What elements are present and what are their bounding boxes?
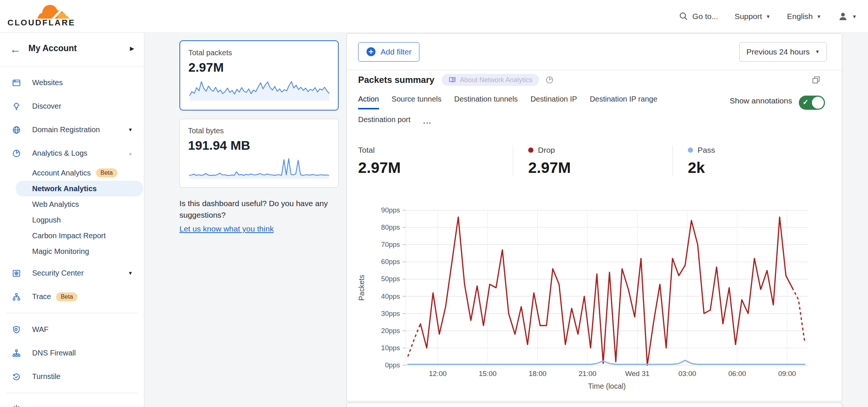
- stat-value: 2k: [688, 159, 715, 177]
- svg-text:60pps: 60pps: [381, 258, 400, 265]
- packets-time-series-chart: 0pps10pps20pps30pps40pps50pps60pps70pps8…: [358, 204, 828, 392]
- tab-destination-ip-range[interactable]: Destination IP range: [590, 95, 658, 108]
- sidebar-item-security-center[interactable]: Security Center ▼: [0, 261, 144, 285]
- sidebar-item-discover[interactable]: Discover: [0, 94, 144, 118]
- svg-text:09:00: 09:00: [778, 370, 796, 378]
- account-menu[interactable]: ▼: [838, 11, 857, 22]
- stat-label: Pass: [698, 146, 715, 155]
- sidebar-item-web-analytics[interactable]: Web Analytics: [0, 196, 144, 212]
- add-filter-button[interactable]: Add filter: [358, 42, 419, 62]
- sidebar-item-domain-registration[interactable]: Domain Registration ▼: [0, 118, 144, 142]
- sidebar-item-label: Magic Monitoring: [32, 247, 89, 256]
- cloudflare-logo[interactable]: CLOUDFLARE: [7, 1, 82, 28]
- plus-circle-icon: [366, 47, 376, 57]
- chevron-down-icon: ▼: [766, 14, 770, 19]
- tab-source-tunnels[interactable]: Source tunnels: [392, 95, 441, 108]
- packets-sparkline: [188, 77, 330, 102]
- dimension-tabs: Action Source tunnels Destination tunnel…: [358, 95, 695, 128]
- chevron-down-icon: ▼: [128, 270, 133, 276]
- tabs-block: Action Source tunnels Destination tunnel…: [358, 95, 827, 128]
- sidebar-item-logpush[interactable]: Logpush: [0, 212, 144, 228]
- sidebar-item-trace[interactable]: Trace Beta: [0, 285, 144, 308]
- annotations-toggle[interactable]: ✓: [799, 96, 825, 110]
- sidebar-item-partial[interactable]: [0, 396, 144, 407]
- svg-text:Packets: Packets: [358, 275, 366, 301]
- browser-icon: [12, 78, 21, 87]
- filter-bar: Add filter Previous 24 hours ▼: [347, 34, 842, 70]
- show-annotations-control: Show annotations ✓: [730, 95, 827, 128]
- sidebar-item-carbon-impact-report[interactable]: Carbon Impact Report: [0, 228, 144, 243]
- account-title: My Account: [28, 43, 77, 53]
- svg-text:06:00: 06:00: [728, 370, 746, 378]
- sidebar-item-magic-monitoring[interactable]: Magic Monitoring: [0, 243, 144, 259]
- sidebar-item-label: Websites: [32, 78, 63, 87]
- sidebar-item-network-analytics[interactable]: Network Analytics: [16, 181, 143, 196]
- feedback-link[interactable]: Let us know what you think: [179, 224, 274, 233]
- beta-badge: Beta: [96, 168, 117, 177]
- cloudflare-logo-text: CLOUDFLARE: [7, 18, 82, 28]
- go-to-label: Go to...: [692, 12, 718, 21]
- more-tabs-icon[interactable]: ...: [423, 115, 432, 125]
- svg-text:80pps: 80pps: [381, 223, 400, 231]
- svg-text:15:00: 15:00: [479, 370, 497, 378]
- svg-text:Time (local): Time (local): [588, 382, 626, 390]
- stat-total: Total 2.97M: [358, 146, 513, 177]
- card-title: Total bytes: [188, 127, 330, 135]
- spark-icon: [12, 404, 21, 407]
- stat-pass: Pass 2k: [672, 146, 726, 177]
- sidebar-item-dns-firewall[interactable]: DNS Firewall: [0, 341, 144, 365]
- svg-text:90pps: 90pps: [381, 206, 400, 214]
- search-icon: [679, 12, 689, 21]
- sidebar-item-turnstile[interactable]: Turnstile: [0, 365, 144, 388]
- content-area: Total packets 2.97M Total bytes 191.94 M…: [144, 33, 868, 407]
- total-bytes-card[interactable]: Total bytes 191.94 MB: [179, 119, 339, 188]
- time-period-icon[interactable]: [545, 75, 554, 84]
- language-label: English: [787, 12, 813, 21]
- sidebar-item-label: WAF: [32, 325, 49, 334]
- lightbulb-icon: [12, 102, 21, 111]
- vault-icon: [12, 269, 21, 278]
- tab-action[interactable]: Action: [358, 95, 379, 109]
- total-packets-card[interactable]: Total packets 2.97M: [179, 40, 339, 111]
- svg-text:30pps: 30pps: [381, 310, 400, 317]
- body: ← My Account ▶ Websites Discover Domain …: [0, 33, 868, 407]
- sidebar-item-label: Logpush: [32, 216, 61, 224]
- sidebar-item-label: Account Analytics: [32, 169, 91, 177]
- packets-chart: 0pps10pps20pps30pps40pps50pps60pps70pps8…: [358, 204, 827, 394]
- feedback-question: Is this dashboard useful? Do you have an…: [179, 198, 340, 221]
- time-range-dropdown[interactable]: Previous 24 hours ▼: [739, 42, 827, 62]
- packets-summary-panel: Packets summary About Network Analytics …: [347, 72, 842, 394]
- svg-text:10pps: 10pps: [381, 344, 400, 352]
- svg-text:03:00: 03:00: [678, 370, 696, 378]
- support-menu[interactable]: Support ▼: [735, 12, 770, 21]
- svg-text:70pps: 70pps: [381, 240, 400, 248]
- chevron-down-icon: ▼: [852, 14, 857, 19]
- user-icon: [838, 11, 848, 22]
- expand-panel-icon[interactable]: [811, 75, 821, 85]
- sidebar-item-label: Turnstile: [32, 372, 61, 381]
- sidebar-item-analytics-logs[interactable]: Analytics & Logs ▲: [0, 142, 144, 165]
- stat-label: Total: [358, 146, 375, 155]
- svg-text:20pps: 20pps: [381, 327, 400, 335]
- sidebar-divider: [6, 313, 138, 313]
- sidebar-item-waf[interactable]: WAF: [0, 318, 144, 341]
- about-network-analytics-badge[interactable]: About Network Analytics: [442, 74, 539, 86]
- account-header[interactable]: ← My Account ▶: [0, 33, 144, 66]
- shield-gear-icon: [12, 325, 21, 334]
- drop-dot: [528, 147, 533, 153]
- sidebar-item-websites[interactable]: Websites: [0, 71, 144, 94]
- stats-row: Total 2.97M Drop 2.97M Pass 2k: [358, 146, 827, 177]
- language-menu[interactable]: English ▼: [787, 12, 821, 21]
- sidebar-item-label: Network Analytics: [32, 184, 97, 193]
- tab-destination-port[interactable]: Destination port: [358, 115, 410, 128]
- chevron-up-icon: ▲: [128, 150, 133, 156]
- sidebar-item-account-analytics[interactable]: Account Analytics Beta: [0, 165, 144, 181]
- tab-destination-ip[interactable]: Destination IP: [530, 95, 577, 108]
- sidebar-nav: Websites Discover Domain Registration ▼ …: [0, 66, 144, 407]
- back-arrow-icon[interactable]: ←: [10, 43, 21, 56]
- chevron-right-icon[interactable]: ▶: [130, 45, 134, 52]
- go-to-search[interactable]: Go to...: [679, 12, 718, 21]
- tab-destination-tunnels[interactable]: Destination tunnels: [454, 95, 518, 108]
- sidebar-item-label: Security Center: [32, 269, 84, 277]
- stat-drop: Drop 2.97M: [513, 146, 672, 177]
